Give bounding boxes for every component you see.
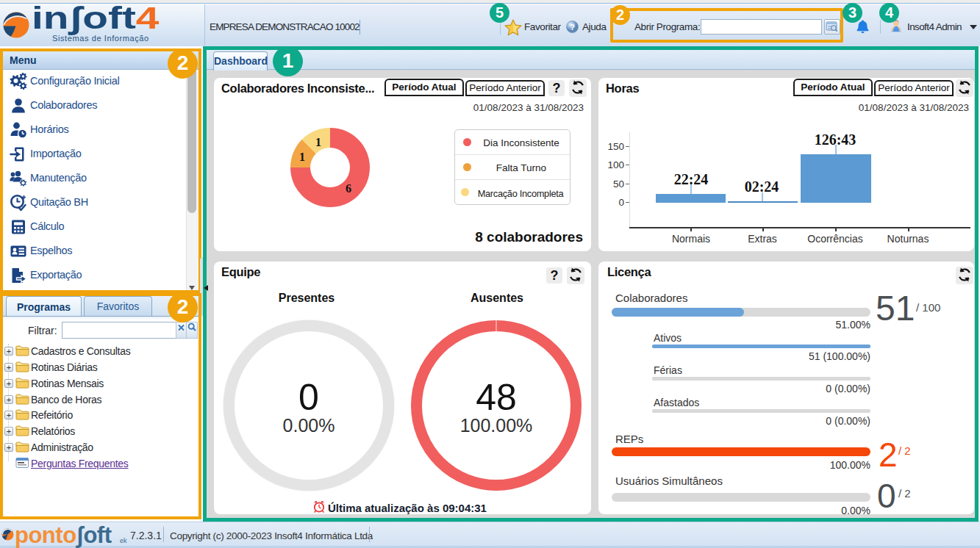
svg-text:?: ? xyxy=(570,23,575,32)
